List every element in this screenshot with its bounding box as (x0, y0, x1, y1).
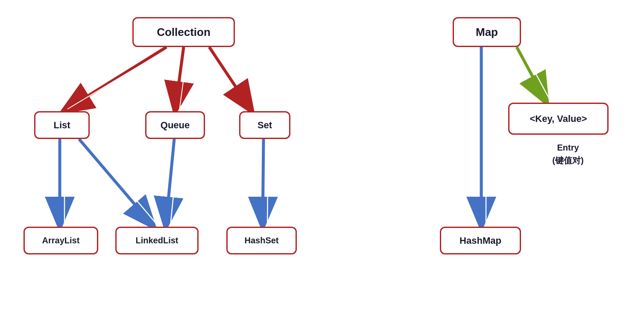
svg-line-5 (67, 47, 171, 109)
svg-line-6 (175, 47, 184, 111)
svg-line-15 (263, 139, 263, 227)
node-keyvalue: <Key, Value> (508, 103, 609, 135)
svg-line-14 (170, 139, 179, 226)
svg-line-16 (267, 139, 268, 226)
svg-line-20 (521, 46, 551, 102)
node-linkedlist: LinkedList (115, 227, 199, 254)
node-map: Map (453, 17, 521, 47)
diagram-container: Collection List Queue Set ArrayList Link… (0, 0, 644, 331)
node-collection: Collection (132, 17, 235, 47)
svg-line-19 (517, 47, 547, 103)
svg-line-11 (79, 139, 154, 227)
node-set: Set (239, 111, 290, 139)
entry-label: Entry (键值对) (525, 141, 611, 167)
node-list: List (34, 111, 90, 139)
svg-line-8 (209, 47, 252, 111)
svg-line-4 (63, 47, 167, 111)
svg-line-7 (179, 47, 188, 110)
node-arraylist: ArrayList (23, 227, 98, 254)
node-hashset: HashSet (226, 227, 297, 254)
node-hashmap: HashMap (440, 227, 521, 254)
svg-line-13 (166, 139, 174, 227)
node-queue: Queue (145, 111, 205, 139)
svg-line-12 (83, 137, 158, 226)
